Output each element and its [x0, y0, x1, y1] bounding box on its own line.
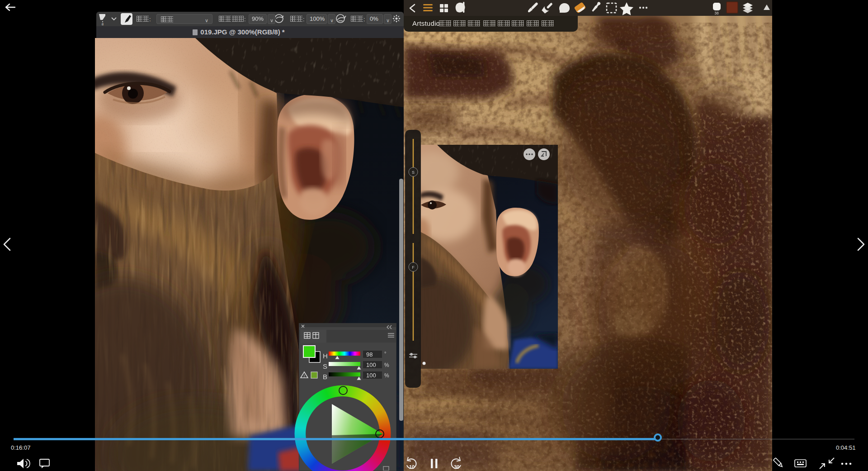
svg-text:10: 10: [409, 464, 415, 470]
svg-text:30: 30: [454, 464, 459, 470]
